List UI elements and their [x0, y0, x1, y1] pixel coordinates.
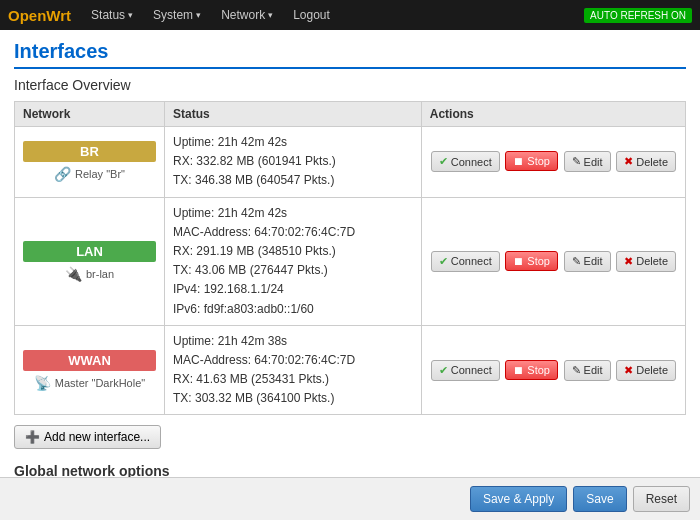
iface-badge-br: BR	[23, 141, 156, 162]
auto-refresh-badge: AUTO REFRESH ON	[584, 8, 692, 23]
edit-icon: ✎	[572, 155, 581, 168]
edit-button-br[interactable]: ✎ Edit	[564, 151, 611, 172]
table-row: WWAN 📡 Master "DarkHole" Uptime: 21h 42m…	[15, 325, 686, 415]
add-icon: ➕	[25, 430, 40, 444]
nav-system[interactable]: System ▾	[145, 4, 209, 26]
network-cell-wwan: WWAN 📡 Master "DarkHole"	[15, 325, 165, 415]
table-row: BR 🔗 Relay "Br" Uptime: 21h 42m 42s RX: …	[15, 127, 686, 198]
section-title: Interface Overview	[14, 77, 686, 93]
main-content: Interfaces Interface Overview Network St…	[0, 30, 700, 520]
delete-button-lan[interactable]: ✖ Delete	[616, 251, 676, 272]
col-status: Status	[165, 102, 422, 127]
stop-button-lan[interactable]: ⏹ Stop	[505, 251, 558, 271]
interfaces-table: Network Status Actions BR 🔗 Relay "Br" U…	[14, 101, 686, 415]
status-cell-br: Uptime: 21h 42m 42s RX: 332.82 MB (60194…	[165, 127, 422, 198]
actions-cell-wwan: ✔ Connect ⏹ Stop ✎ Edit ✖ Delete	[421, 325, 685, 415]
iface-badge-lan: LAN	[23, 241, 156, 262]
page-title: Interfaces	[14, 40, 686, 69]
delete-icon: ✖	[624, 364, 633, 377]
add-interface-button[interactable]: ➕ Add new interface...	[14, 425, 161, 449]
iface-sub-lan: 🔌 br-lan	[23, 266, 156, 282]
chevron-down-icon: ▾	[196, 10, 201, 20]
status-cell-lan: Uptime: 21h 42m 42s MAC-Address: 64:70:0…	[165, 197, 422, 325]
save-apply-button[interactable]: Save & Apply	[470, 486, 567, 512]
edit-icon: ✎	[572, 255, 581, 268]
brand-logo: OpenWrt	[8, 7, 71, 24]
chevron-down-icon: ▾	[268, 10, 273, 20]
stop-icon: ⏹	[513, 364, 524, 376]
edit-button-lan[interactable]: ✎ Edit	[564, 251, 611, 272]
col-network: Network	[15, 102, 165, 127]
stop-button-br[interactable]: ⏹ Stop	[505, 151, 558, 171]
connect-icon: ✔	[439, 364, 448, 377]
network-cell-lan: LAN 🔌 br-lan	[15, 197, 165, 325]
connect-button-wwan[interactable]: ✔ Connect	[431, 360, 500, 381]
chevron-down-icon: ▾	[128, 10, 133, 20]
stop-icon: ⏹	[513, 255, 524, 267]
brand-open: Open	[8, 7, 46, 24]
stop-button-wwan[interactable]: ⏹ Stop	[505, 360, 558, 380]
bottom-action-bar: Save & Apply Save Reset	[0, 477, 700, 520]
status-cell-wwan: Uptime: 21h 42m 38s MAC-Address: 64:70:0…	[165, 325, 422, 415]
network-cell-br: BR 🔗 Relay "Br"	[15, 127, 165, 198]
stop-icon: ⏹	[513, 155, 524, 167]
nav-network[interactable]: Network ▾	[213, 4, 281, 26]
iface-sub-br: 🔗 Relay "Br"	[23, 166, 156, 182]
actions-cell-lan: ✔ Connect ⏹ Stop ✎ Edit ✖ Delete	[421, 197, 685, 325]
iface-badge-wwan: WWAN	[23, 350, 156, 371]
reset-button[interactable]: Reset	[633, 486, 690, 512]
connect-icon: ✔	[439, 155, 448, 168]
table-row: LAN 🔌 br-lan Uptime: 21h 42m 42s MAC-Add…	[15, 197, 686, 325]
col-actions: Actions	[421, 102, 685, 127]
delete-icon: ✖	[624, 155, 633, 168]
delete-button-br[interactable]: ✖ Delete	[616, 151, 676, 172]
delete-button-wwan[interactable]: ✖ Delete	[616, 360, 676, 381]
brand-wrt: Wrt	[46, 7, 71, 24]
save-button[interactable]: Save	[573, 486, 626, 512]
actions-cell-br: ✔ Connect ⏹ Stop ✎ Edit ✖ Delete	[421, 127, 685, 198]
iface-sub-wwan: 📡 Master "DarkHole"	[23, 375, 156, 391]
network-icon: 🔌	[65, 266, 82, 282]
edit-icon: ✎	[572, 364, 581, 377]
relay-icon: 🔗	[54, 166, 71, 182]
nav-logout[interactable]: Logout	[285, 4, 338, 26]
wireless-icon: 📡	[34, 375, 51, 391]
nav-status[interactable]: Status ▾	[83, 4, 141, 26]
delete-icon: ✖	[624, 255, 633, 268]
edit-button-wwan[interactable]: ✎ Edit	[564, 360, 611, 381]
connect-button-lan[interactable]: ✔ Connect	[431, 251, 500, 272]
top-navigation: OpenWrt Status ▾ System ▾ Network ▾ Logo…	[0, 0, 700, 30]
connect-icon: ✔	[439, 255, 448, 268]
connect-button-br[interactable]: ✔ Connect	[431, 151, 500, 172]
